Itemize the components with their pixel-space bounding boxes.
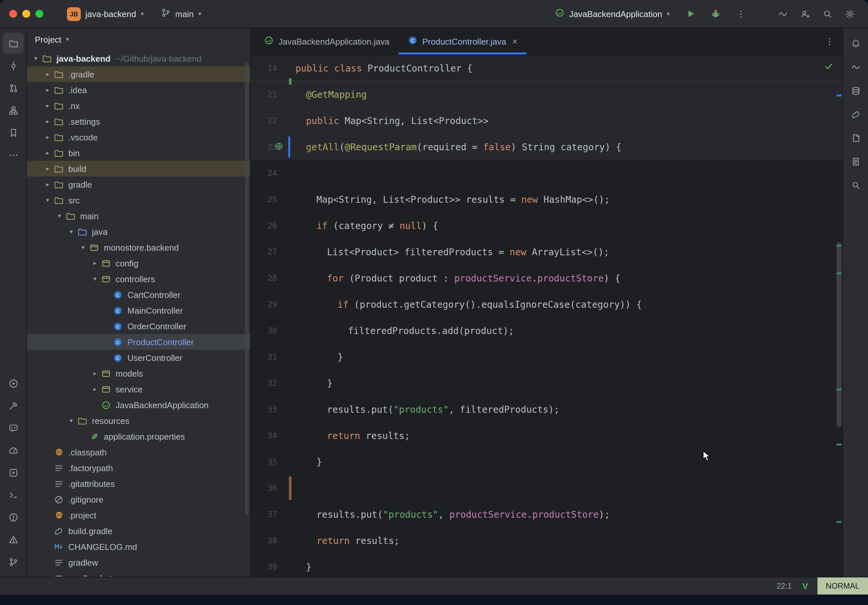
- zoom-window-button[interactable]: [36, 10, 43, 18]
- code-line-24[interactable]: 24: [251, 160, 842, 186]
- profiler-icon[interactable]: [3, 439, 24, 461]
- chevron-collapsed-icon[interactable]: ▸: [43, 87, 53, 93]
- code-line-38[interactable]: 38return results;: [251, 528, 842, 554]
- find-icon[interactable]: [845, 175, 866, 195]
- line-number[interactable]: 36: [251, 484, 288, 493]
- chevron-collapsed-icon[interactable]: ▸: [43, 102, 53, 109]
- tree-item-java[interactable]: ▾java: [27, 224, 250, 240]
- gradle-icon[interactable]: [845, 104, 866, 125]
- editor-tab-productcontroller-java[interactable]: CProductController.java×: [398, 28, 527, 54]
- chevron-expanded-icon[interactable]: ▾: [78, 244, 88, 251]
- project-tree-scrollbar[interactable]: [245, 62, 249, 515]
- line-number[interactable]: 37: [251, 510, 288, 519]
- chevron-collapsed-icon[interactable]: ▸: [90, 260, 100, 266]
- chevron-collapsed-icon[interactable]: ▸: [43, 134, 53, 141]
- tree-item-maincontroller[interactable]: CMainController: [27, 302, 250, 318]
- tree-item-service[interactable]: ▸service: [27, 381, 250, 397]
- chevron-collapsed-icon[interactable]: ▸: [90, 370, 100, 377]
- ai-assistant-icon[interactable]: [773, 5, 792, 23]
- line-number[interactable]: 29: [251, 300, 288, 309]
- tree-item-application-properties[interactable]: application.properties: [27, 429, 250, 444]
- run-icon[interactable]: [3, 373, 24, 394]
- line-number[interactable]: 35: [251, 457, 288, 467]
- editor-tab-javabackendapplication-java[interactable]: JavaBackendApplication.java: [255, 28, 398, 54]
- line-number[interactable]: 28: [251, 274, 288, 283]
- assistant-icon[interactable]: [845, 56, 866, 77]
- close-window-button[interactable]: [9, 10, 17, 18]
- code-line-27[interactable]: 27List<Product> filteredProducts = new A…: [251, 239, 842, 265]
- code-line-14[interactable]: 14public class ProductController {: [251, 55, 842, 81]
- line-number[interactable]: 22: [251, 116, 288, 125]
- code-line-21[interactable]: 21@GetMapping: [251, 81, 842, 108]
- code-with-me-icon[interactable]: [796, 5, 814, 23]
- build-icon[interactable]: [3, 395, 24, 416]
- inspections-ok-check-icon[interactable]: [824, 62, 833, 73]
- code-line-28[interactable]: 28for (Product product : productService.…: [251, 265, 842, 291]
- chevron-collapsed-icon[interactable]: ▸: [43, 71, 53, 77]
- chevron-collapsed-icon[interactable]: ▸: [90, 386, 100, 392]
- documentation-icon[interactable]: [845, 151, 866, 172]
- line-number[interactable]: 24: [251, 169, 288, 178]
- version-control-icon[interactable]: [3, 551, 24, 572]
- tree-item--idea[interactable]: ▸.idea: [27, 82, 250, 98]
- tree-item-gradlew-bat[interactable]: gradlew.bat: [27, 570, 250, 577]
- maven-icon[interactable]: [845, 127, 866, 148]
- warnings-icon[interactable]: [3, 529, 24, 550]
- tree-item-controllers[interactable]: ▾controllers: [27, 271, 250, 287]
- tree-item-gradlew[interactable]: gradlew: [27, 554, 250, 570]
- line-number[interactable]: 21: [251, 90, 288, 99]
- commit-icon[interactable]: [3, 55, 24, 76]
- search-everywhere-icon[interactable]: [818, 5, 837, 23]
- tree-item--gitattributes[interactable]: .gitattributes: [27, 476, 250, 492]
- project-icon[interactable]: [3, 33, 24, 54]
- endpoint-globe-gutter-icon[interactable]: [274, 142, 284, 153]
- tree-item-javabackendapplication[interactable]: JavaBackendApplication: [27, 397, 250, 413]
- tree-item-models[interactable]: ▸models: [27, 365, 250, 381]
- code-line-39[interactable]: 39}: [251, 554, 842, 577]
- chevron-expanded-icon[interactable]: ▾: [66, 417, 76, 424]
- tree-item--vscode[interactable]: ▸.vscode: [27, 129, 250, 145]
- more-actions-button[interactable]: [732, 5, 750, 23]
- minimize-window-button[interactable]: [22, 10, 30, 18]
- line-number[interactable]: 25: [251, 195, 288, 204]
- tree-item-gradle[interactable]: ▸gradle: [27, 176, 250, 192]
- tree-item-build[interactable]: ▸build: [27, 161, 250, 176]
- line-number[interactable]: 31: [251, 352, 288, 362]
- tree-item--factorypath[interactable]: .factorypath: [27, 460, 250, 476]
- code-line-33[interactable]: 33results.put("products", filteredProduc…: [251, 396, 842, 422]
- notifications-icon[interactable]: [845, 33, 866, 54]
- code-line-30[interactable]: 30filteredProducts.add(product);: [251, 317, 842, 344]
- settings-gear-icon[interactable]: [840, 5, 859, 23]
- tree-item--nx[interactable]: ▸.nx: [27, 98, 250, 113]
- code-line-26[interactable]: 26if (category ≠ null) {: [251, 213, 842, 239]
- close-tab-icon[interactable]: ×: [512, 36, 518, 46]
- line-number[interactable]: 33: [251, 405, 288, 414]
- chevron-expanded-icon[interactable]: ▾: [43, 197, 53, 203]
- tree-item-changelog-md[interactable]: CHANGELOG.md: [27, 539, 250, 554]
- code-line-29[interactable]: 29if (product.getCategory().equalsIgnore…: [251, 291, 842, 317]
- line-number[interactable]: 26: [251, 221, 288, 230]
- chevron-expanded-icon[interactable]: ▾: [31, 55, 41, 62]
- run-button[interactable]: [682, 5, 700, 23]
- chevron-expanded-icon[interactable]: ▾: [90, 275, 100, 282]
- code-line-35[interactable]: 35}: [251, 449, 842, 475]
- stripe-mark[interactable]: [837, 521, 842, 523]
- tree-item--settings[interactable]: ▸.settings: [27, 113, 250, 129]
- tree-item-resources[interactable]: ▾resources: [27, 413, 250, 429]
- line-number[interactable]: 30: [251, 326, 288, 335]
- project-panel-header[interactable]: Project ▾: [27, 28, 250, 51]
- chevron-collapsed-icon[interactable]: ▸: [43, 166, 53, 172]
- ai-chat-icon[interactable]: [3, 417, 24, 438]
- code-line-37[interactable]: 37results.put("products", productService…: [251, 501, 842, 528]
- tree-item-usercontroller[interactable]: CUserController: [27, 350, 250, 365]
- more-icon[interactable]: [3, 144, 24, 166]
- editor-scrollbar[interactable]: [837, 242, 842, 427]
- tree-item--gradle[interactable]: ▸.gradle: [27, 66, 250, 82]
- bookmarks-icon[interactable]: [3, 122, 24, 143]
- tree-item-bin[interactable]: ▸bin: [27, 145, 250, 161]
- tree-item-ordercontroller[interactable]: COrderController: [27, 318, 250, 334]
- database-icon[interactable]: [845, 80, 866, 101]
- tree-item--project[interactable]: .project: [27, 507, 250, 523]
- code-line-31[interactable]: 31}: [251, 344, 842, 370]
- line-number[interactable]: 39: [251, 562, 288, 571]
